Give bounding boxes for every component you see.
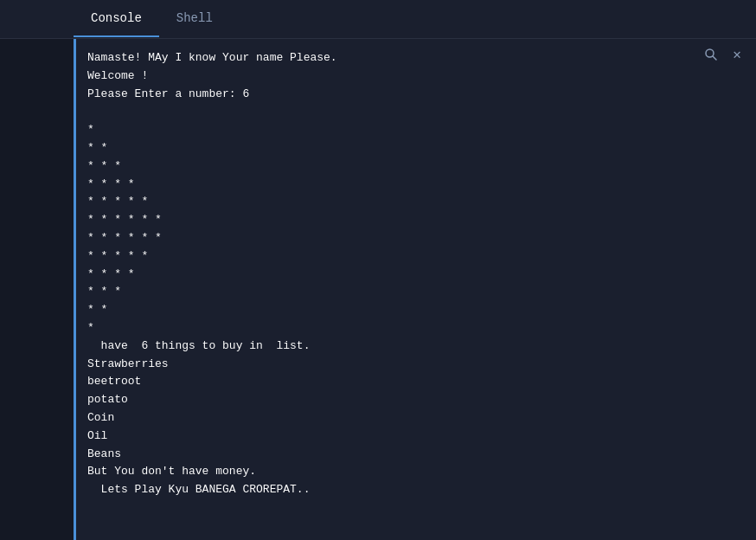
tab-console[interactable]: Console	[74, 1, 159, 37]
console-area: ✕ Namaste! MAy I know Your name Please. …	[74, 39, 756, 540]
app-container: Console Shell ✕ Namaste! MAy I know Your…	[0, 0, 756, 540]
console-toolbar: ✕	[692, 39, 756, 70]
close-icon[interactable]: ✕	[728, 46, 746, 63]
console-output: Namaste! MAy I know Your name Please. We…	[74, 39, 756, 540]
tab-bar: Console Shell	[0, 0, 756, 39]
sidebar	[0, 39, 74, 540]
search-icon[interactable]	[702, 46, 720, 63]
svg-line-1	[713, 56, 716, 60]
left-accent	[74, 39, 76, 540]
tab-shell[interactable]: Shell	[159, 1, 230, 37]
